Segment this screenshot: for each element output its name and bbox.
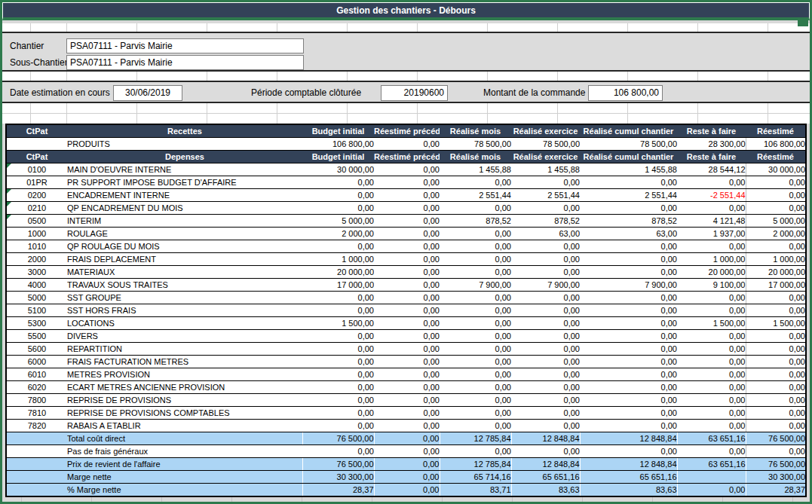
value-cell[interactable]: 0,00: [580, 292, 677, 304]
ctpat-cell[interactable]: 6020: [6, 381, 67, 394]
value-cell[interactable]: 0,00: [677, 356, 746, 368]
value-cell[interactable]: 0,00: [746, 202, 806, 215]
value-cell[interactable]: 0,00: [374, 420, 440, 432]
value-cell[interactable]: 0,00: [677, 394, 746, 407]
value-cell[interactable]: [677, 471, 746, 484]
value-cell[interactable]: 0,00: [511, 420, 580, 432]
date-estimation-input[interactable]: 30/06/2019: [113, 85, 182, 101]
value-cell[interactable]: 30 000,00: [302, 163, 374, 176]
value-cell[interactable]: 0,00: [302, 292, 374, 304]
value-cell[interactable]: 0,00: [580, 381, 677, 394]
ctpat-cell[interactable]: 1010: [6, 240, 67, 253]
ctpat-cell[interactable]: 7810: [6, 407, 67, 420]
value-cell[interactable]: 0,00: [440, 356, 511, 368]
value-cell[interactable]: 63 651,16: [677, 432, 746, 445]
value-cell[interactable]: 0,00: [440, 202, 511, 215]
value-cell[interactable]: 0,00: [302, 330, 374, 343]
account-label-cell[interactable]: ENCADREMENT INTERNE: [67, 189, 302, 202]
value-cell[interactable]: 1 000,00: [746, 253, 806, 266]
value-cell[interactable]: 83,63: [511, 484, 580, 497]
ctpat-cell[interactable]: 5100: [6, 304, 67, 317]
value-cell[interactable]: 0,00: [440, 304, 511, 317]
value-cell[interactable]: 0,00: [580, 343, 677, 356]
value-cell[interactable]: 76 500,00: [746, 458, 806, 471]
value-cell[interactable]: 0,00: [511, 176, 580, 189]
value-cell[interactable]: 878,52: [440, 215, 511, 228]
value-cell[interactable]: 0,00: [302, 343, 374, 356]
value-cell[interactable]: 2 000,00: [746, 228, 806, 240]
value-cell[interactable]: 0,00: [677, 202, 746, 215]
ctpat-cell[interactable]: 0210: [6, 202, 67, 215]
value-cell[interactable]: 76 500,00: [302, 432, 374, 445]
value-cell[interactable]: 12 848,84: [511, 432, 580, 445]
value-cell[interactable]: 30 300,00: [302, 471, 374, 484]
value-cell[interactable]: 0,00: [374, 279, 440, 292]
value-cell[interactable]: 0,00: [746, 189, 806, 202]
account-label-cell[interactable]: FRAIS DEPLACEMENT: [67, 253, 302, 266]
value-cell[interactable]: 78 500,00: [511, 138, 580, 151]
value-cell[interactable]: 0,00: [746, 407, 806, 420]
value-cell[interactable]: 0,00: [580, 420, 677, 432]
value-cell[interactable]: 0,00: [440, 317, 511, 330]
value-cell[interactable]: 0,00: [440, 176, 511, 189]
value-cell[interactable]: 63,00: [580, 228, 677, 240]
value-cell[interactable]: 78 500,00: [440, 138, 511, 151]
ctpat-cell[interactable]: 5300: [6, 317, 67, 330]
value-cell[interactable]: 30 000,00: [746, 163, 806, 176]
value-cell[interactable]: 0,00: [677, 445, 746, 458]
account-label-cell[interactable]: SST GROUPE: [67, 292, 302, 304]
value-cell[interactable]: 0,00: [374, 432, 440, 445]
value-cell[interactable]: 2 551,44: [511, 189, 580, 202]
value-cell[interactable]: 0,00: [746, 343, 806, 356]
account-label-cell[interactable]: % Marge nette: [67, 484, 302, 497]
ctpat-cell[interactable]: [6, 484, 67, 497]
value-cell[interactable]: 0,00: [746, 240, 806, 253]
value-cell[interactable]: 0,00: [677, 368, 746, 381]
value-cell[interactable]: 63,00: [511, 228, 580, 240]
ctpat-cell[interactable]: [6, 471, 67, 484]
value-cell[interactable]: 28,37: [746, 484, 806, 497]
ctpat-cell[interactable]: 0200: [6, 189, 67, 202]
value-cell[interactable]: 0,00: [746, 420, 806, 432]
value-cell[interactable]: 0,00: [511, 445, 580, 458]
value-cell[interactable]: 0,00: [440, 240, 511, 253]
value-cell[interactable]: 0,00: [511, 381, 580, 394]
value-cell[interactable]: 0,00: [440, 381, 511, 394]
value-cell[interactable]: 0,00: [374, 317, 440, 330]
value-cell[interactable]: 1 000,00: [302, 253, 374, 266]
ctpat-cell[interactable]: 7800: [6, 394, 67, 407]
value-cell[interactable]: 20 000,00: [746, 266, 806, 279]
account-label-cell[interactable]: ECART METRES ANCIENNE PROVISION: [67, 381, 302, 394]
value-cell[interactable]: 83,71: [440, 484, 511, 497]
value-cell[interactable]: 0,00: [580, 304, 677, 317]
value-cell[interactable]: 0,00: [374, 343, 440, 356]
value-cell[interactable]: 0,00: [440, 394, 511, 407]
value-cell[interactable]: 0,00: [511, 330, 580, 343]
value-cell[interactable]: 76 500,00: [302, 458, 374, 471]
ctpat-cell[interactable]: 6000: [6, 356, 67, 368]
value-cell[interactable]: 17 000,00: [746, 279, 806, 292]
value-cell[interactable]: 0,00: [374, 381, 440, 394]
value-cell[interactable]: 28,37: [302, 484, 374, 497]
value-cell[interactable]: 0,00: [440, 228, 511, 240]
value-cell[interactable]: 0,00: [302, 394, 374, 407]
value-cell[interactable]: 0,00: [511, 368, 580, 381]
value-cell[interactable]: 106 800,00: [746, 138, 806, 151]
account-label-cell[interactable]: QP ROULAGE DU MOIS: [67, 240, 302, 253]
account-label-cell[interactable]: Marge nette: [67, 471, 302, 484]
value-cell[interactable]: 0,00: [580, 317, 677, 330]
value-cell[interactable]: 0,00: [374, 445, 440, 458]
value-cell[interactable]: 0,00: [302, 240, 374, 253]
value-cell[interactable]: 0,00: [580, 253, 677, 266]
value-cell[interactable]: 0,00: [511, 304, 580, 317]
value-cell[interactable]: 0,00: [440, 407, 511, 420]
account-label-cell[interactable]: LOCATIONS: [67, 317, 302, 330]
value-cell[interactable]: 0,00: [302, 368, 374, 381]
value-cell[interactable]: 0,00: [440, 330, 511, 343]
value-cell[interactable]: 0,00: [580, 407, 677, 420]
ctpat-cell[interactable]: 0500: [6, 215, 67, 228]
value-cell[interactable]: 0,00: [746, 292, 806, 304]
account-label-cell[interactable]: PR SUPPORT IMPOSE BUDGET D'AFFAIRE: [67, 176, 302, 189]
value-cell[interactable]: 0,00: [511, 407, 580, 420]
value-cell[interactable]: -2 551,44: [677, 189, 746, 202]
